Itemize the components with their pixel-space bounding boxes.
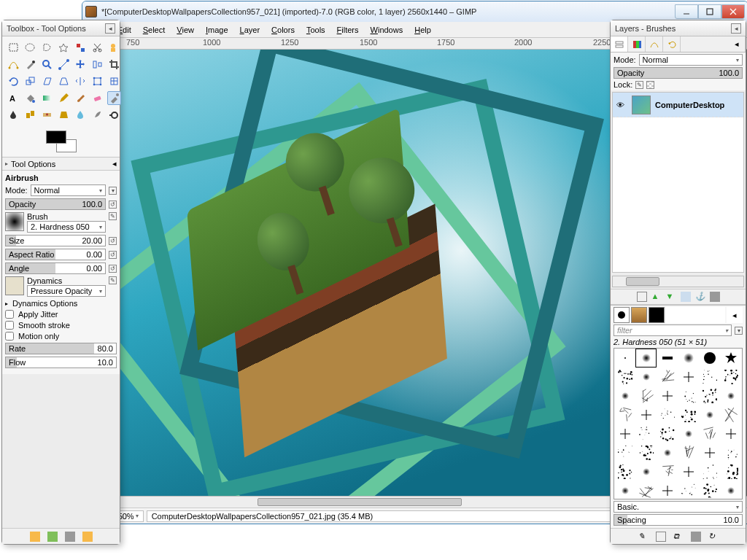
dynamics-icon[interactable] xyxy=(5,276,24,295)
new-brush-icon[interactable] xyxy=(656,532,666,542)
brush-item[interactable] xyxy=(700,386,721,405)
layers-titlebar[interactable]: Layers - Brushes ◂ xyxy=(611,20,746,36)
tool-paths[interactable] xyxy=(7,58,20,71)
brush-item[interactable] xyxy=(614,443,635,462)
duplicate-brush-icon[interactable]: ⧉ xyxy=(673,532,684,542)
brush-tab-gradient[interactable] xyxy=(649,307,665,323)
brush-dropdown[interactable]: 2. Hardness 050 xyxy=(27,221,106,233)
brush-item[interactable] xyxy=(657,443,678,462)
footer-reset-icon[interactable] xyxy=(82,532,93,542)
tab-paths[interactable] xyxy=(646,36,663,52)
layer-mode-dropdown[interactable]: Normal xyxy=(639,54,743,66)
tool-options-menu-icon[interactable]: ◂ xyxy=(112,159,117,168)
brush-item[interactable] xyxy=(700,368,721,386)
brush-item[interactable] xyxy=(635,424,657,443)
brush-preset-dropdown[interactable]: Basic. xyxy=(614,501,743,513)
tool-scale[interactable] xyxy=(23,74,37,88)
brush-item[interactable] xyxy=(635,443,657,462)
brush-item[interactable] xyxy=(700,405,721,424)
motion-only-checkbox[interactable]: Motion only xyxy=(5,332,117,341)
tool-ink[interactable] xyxy=(7,108,20,122)
brush-item[interactable] xyxy=(657,424,678,443)
tool-blur[interactable] xyxy=(74,108,88,122)
tool-scissors[interactable] xyxy=(90,41,104,55)
footer-restore-icon[interactable] xyxy=(47,532,58,542)
close-button[interactable] xyxy=(721,4,745,19)
tool-bucket-fill[interactable] xyxy=(23,91,37,105)
tool-airbrush[interactable] xyxy=(107,91,121,105)
refresh-brushes-icon[interactable]: ↻ xyxy=(708,532,719,542)
tool-perspective-clone[interactable] xyxy=(57,108,71,122)
tool-heal[interactable] xyxy=(40,108,54,122)
delete-layer-icon[interactable] xyxy=(710,292,720,302)
brush-filter-input[interactable]: filter xyxy=(614,324,732,336)
toolbox-menu-icon[interactable]: ◂ xyxy=(105,23,115,34)
brush-tab-pattern[interactable] xyxy=(631,307,647,323)
brush-item[interactable] xyxy=(721,368,742,386)
brush-item[interactable] xyxy=(635,368,657,386)
duplicate-layer-icon[interactable] xyxy=(681,292,691,302)
brush-item[interactable] xyxy=(614,349,635,368)
tool-move[interactable] xyxy=(74,58,88,71)
tool-foreground-select[interactable] xyxy=(107,41,121,55)
brush-item[interactable] xyxy=(657,368,678,386)
flow-slider[interactable]: Flow10.0 xyxy=(5,357,117,368)
size-slider[interactable]: Size20.00 xyxy=(5,235,106,246)
tool-rect-select[interactable] xyxy=(7,41,20,55)
brush-item[interactable] xyxy=(614,386,635,405)
tool-free-select[interactable] xyxy=(40,41,54,55)
brush-item[interactable] xyxy=(700,424,721,443)
anchor-layer-icon[interactable]: ⚓ xyxy=(695,292,705,302)
menu-layer[interactable]: Layer xyxy=(236,24,265,36)
brush-item[interactable] xyxy=(721,386,742,405)
foreground-color[interactable] xyxy=(46,131,66,144)
brush-item[interactable] xyxy=(678,386,699,405)
delete-brush-icon[interactable] xyxy=(691,532,701,542)
mode-menu-icon[interactable]: ▾ xyxy=(109,187,117,195)
footer-delete-icon[interactable] xyxy=(65,532,75,542)
scrollbar-thumb[interactable] xyxy=(626,277,659,286)
mode-dropdown[interactable]: Normal xyxy=(31,184,106,196)
brush-item[interactable] xyxy=(721,424,742,443)
opacity-slider[interactable]: Opacity 100.0 xyxy=(5,198,106,210)
tool-by-color-select[interactable] xyxy=(74,41,88,55)
layer-name[interactable]: ComputerDesktop xyxy=(655,101,724,109)
minimize-button[interactable] xyxy=(675,4,698,19)
brush-item[interactable] xyxy=(614,405,635,424)
tool-unified-transform[interactable] xyxy=(107,74,121,88)
brush-item[interactable] xyxy=(614,481,635,499)
brush-item[interactable] xyxy=(678,405,699,424)
tool-options-header[interactable]: Tool Options ◂ xyxy=(2,157,120,171)
tab-channels[interactable] xyxy=(628,36,646,52)
edit-brush-icon[interactable]: ✎ xyxy=(638,532,649,542)
menu-colors[interactable]: Colors xyxy=(267,24,299,36)
tool-rotate[interactable] xyxy=(7,74,20,88)
spacing-slider[interactable]: Spacing10.0 xyxy=(614,514,743,526)
brush-item[interactable] xyxy=(635,405,657,424)
visibility-eye-icon[interactable]: 👁 xyxy=(613,101,627,109)
brush-item[interactable] xyxy=(721,443,742,462)
layer-opacity-slider[interactable]: Opacity100.0 xyxy=(614,67,743,79)
menu-image[interactable]: Image xyxy=(201,24,233,36)
layers-menu-icon[interactable]: ◂ xyxy=(731,23,741,34)
scrollbar-thumb[interactable] xyxy=(258,498,462,506)
menu-filters[interactable]: Filters xyxy=(333,24,363,36)
layer-row[interactable]: 👁 ComputerDesktop xyxy=(613,93,743,117)
menu-tools[interactable]: Tools xyxy=(302,24,330,36)
brush-item[interactable] xyxy=(678,349,699,368)
brush-edit-icon[interactable]: ✎ xyxy=(109,212,117,220)
tool-align[interactable] xyxy=(90,58,104,71)
tool-shear[interactable] xyxy=(40,74,54,88)
tool-flip[interactable] xyxy=(74,74,88,88)
tool-text[interactable]: A xyxy=(7,91,20,105)
tab-menu-icon[interactable]: ◂ xyxy=(728,36,746,52)
tab-undo[interactable] xyxy=(663,36,681,52)
tool-ellipse-select[interactable] xyxy=(23,41,37,55)
brush-item[interactable] xyxy=(657,481,678,499)
brush-item[interactable] xyxy=(657,386,678,405)
tool-zoom[interactable] xyxy=(40,58,54,71)
tool-eraser[interactable] xyxy=(90,91,104,105)
brush-tab-brush[interactable] xyxy=(614,307,630,323)
angle-slider[interactable]: Angle0.00 xyxy=(5,262,106,274)
lock-pixels-icon[interactable]: ✎ xyxy=(635,81,643,89)
